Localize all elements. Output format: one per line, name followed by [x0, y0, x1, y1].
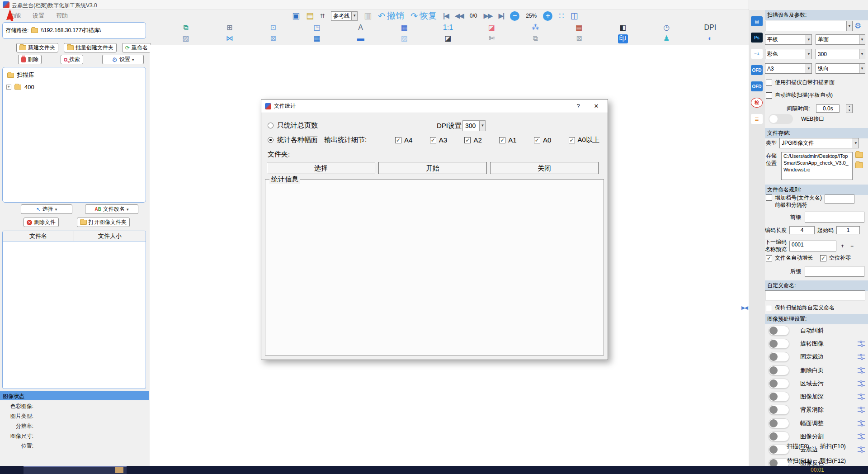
adjust-sliders-icon[interactable]: + — [857, 406, 865, 414]
export-image-icon[interactable]: ▥ — [364, 10, 372, 21]
spinner-control[interactable]: ▲▼ — [846, 104, 853, 113]
toolbar-icon-top[interactable]: DPI — [704, 24, 717, 33]
device-settings-gear-icon[interactable]: ⚙ — [854, 21, 861, 31]
toolbar-icon-top[interactable]: ⊡ — [269, 24, 278, 33]
save-icon[interactable]: ▣ — [292, 10, 300, 21]
panel-collapse-icon[interactable]: ▶◀ — [741, 305, 747, 311]
prefix-input[interactable] — [805, 212, 864, 223]
radio-all-sizes[interactable]: 统计各种幅面 输出统计细节: — [268, 136, 367, 144]
param-select-left[interactable]: A3 ▼ — [765, 63, 812, 74]
dialog-help-button[interactable]: ? — [571, 103, 586, 109]
radio-total-pages[interactable]: 只统计总页数 — [268, 121, 318, 130]
split-view-icon[interactable]: ◫ — [571, 10, 578, 21]
toolbar-icon-top[interactable]: ◧ — [618, 24, 627, 33]
size-checkbox[interactable]: ✓ A0 — [534, 136, 551, 144]
toolbar-icon-top[interactable]: ⊞ — [225, 24, 234, 33]
zero-pad-checkbox[interactable]: ✓ 空位补零 — [820, 254, 851, 262]
adjust-sliders-icon[interactable]: + — [857, 379, 865, 388]
toggle-off[interactable] — [769, 392, 789, 402]
size-checkbox[interactable]: ✓ A4 — [395, 136, 412, 144]
toggle-off[interactable] — [769, 379, 789, 389]
param-select-right[interactable]: 纵向 ▼ — [816, 63, 865, 74]
toggle-off[interactable] — [769, 418, 789, 428]
redo-button[interactable]: ↷ 恢复 — [410, 10, 437, 22]
file-type-select[interactable]: JPG图像文件 ▼ — [779, 138, 859, 148]
adjust-sliders-icon[interactable]: + — [857, 393, 865, 401]
rename-button[interactable]: ⟳ 重命名 — [122, 43, 151, 52]
strip-icon[interactable]: ▤ — [751, 16, 763, 26]
dialog-button[interactable]: 开始 — [378, 162, 487, 174]
toolbar-icon-top[interactable]: ⧉ — [181, 24, 190, 33]
toolbar-icon-bottom[interactable]: ⋈ — [225, 34, 234, 43]
dialog-button[interactable]: 关闭 — [490, 162, 599, 174]
param-select-right[interactable]: 单面 ▼ — [816, 34, 865, 45]
guideline-dropdown[interactable]: 参考线 ▼ — [331, 11, 358, 21]
dpi-select[interactable]: 300 ▼ — [462, 120, 486, 131]
size-checkbox[interactable]: ✓ A3 — [430, 136, 447, 144]
param-select-right[interactable]: 300 ▼ — [816, 49, 865, 59]
toolbar-icon-bottom[interactable]: ◐ — [706, 34, 715, 43]
toolbar-icon-bottom[interactable]: ▨ — [400, 34, 409, 43]
adjust-sliders-icon[interactable]: + — [857, 419, 865, 427]
menu-item[interactable]: 设置 — [33, 12, 44, 20]
toolbar-icon-top[interactable]: 1:1 — [443, 24, 453, 33]
size-checkbox[interactable]: ✓ A2 — [464, 136, 481, 144]
separator-input[interactable] — [825, 194, 854, 204]
toolbar-icon-bottom[interactable]: 印 — [618, 34, 628, 43]
custom-name-input[interactable] — [765, 290, 865, 300]
toolbar-icon-bottom[interactable]: ⊠ — [269, 34, 278, 43]
prev-page-icon[interactable]: ◀◀ — [455, 12, 463, 20]
add-folder-icon[interactable] — [855, 152, 863, 158]
toolbar-icon-bottom[interactable]: ▨ — [181, 34, 190, 43]
adjust-sliders-icon[interactable]: + — [857, 432, 865, 441]
toggle-off[interactable] — [769, 352, 789, 362]
batch-create-folder-button[interactable]: 批量创建文件夹 — [64, 43, 117, 52]
interval-input[interactable]: 0.0s — [816, 104, 840, 113]
undo-button[interactable]: ↶ 撤销 — [378, 10, 404, 22]
param-select-left[interactable]: 平板 ▼ — [765, 34, 812, 45]
toggle-off[interactable] — [769, 405, 789, 415]
toolbar-icon-top[interactable]: ◪ — [487, 24, 496, 33]
toolbar-icon-top[interactable]: ⁂ — [531, 24, 540, 33]
adjust-sliders-icon[interactable]: + — [857, 446, 865, 454]
strip-icon[interactable]: OFD — [751, 65, 763, 75]
toolbar-icon-bottom[interactable]: ⊠ — [575, 34, 584, 43]
select-button[interactable]: ↖ 选择 ▾ — [21, 204, 72, 214]
strip-icon[interactable]: Ps — [751, 33, 763, 43]
code-length-input[interactable]: 4 — [789, 226, 815, 234]
strip-icon[interactable]: ☰ — [751, 114, 763, 124]
device-select[interactable]: ▼ — [765, 21, 853, 31]
toggle-off[interactable] — [769, 339, 789, 349]
delete-button[interactable]: 删除 — [18, 55, 42, 64]
delete-file-button[interactable]: ✕ 删除文件 — [24, 218, 59, 227]
toolbar-icon-bottom[interactable]: ✄ — [487, 34, 496, 43]
toolbar-icon-top[interactable]: A — [356, 24, 365, 33]
scan-f8-button[interactable]: 扫描(F8) — [787, 442, 809, 450]
suffix-input[interactable] — [805, 266, 864, 277]
menu-item[interactable]: 帮助 — [56, 12, 68, 20]
first-page-icon[interactable]: |◀ — [443, 12, 448, 20]
search-button[interactable]: 搜索 — [61, 55, 83, 64]
toggle-off[interactable] — [769, 431, 789, 441]
toolbar-icon-bottom[interactable]: ⧉ — [531, 34, 540, 43]
storage-loc-value[interactable]: C:/Users/admin/Desktop/iTopSmartScanApp_… — [781, 152, 853, 180]
new-folder-button[interactable]: 新建文件夹 — [16, 43, 58, 52]
dialog-close-button[interactable]: ✕ — [589, 103, 604, 109]
size-checkbox[interactable]: ✓ A1 — [499, 136, 516, 144]
insert-scan-f10-button[interactable]: 插扫(F10) — [820, 442, 846, 450]
toolbar-icon-bottom[interactable]: ◪ — [443, 34, 453, 43]
keep-custom-name-checkbox[interactable]: 保持扫描始终自定义命名 — [766, 304, 835, 312]
strip-icon[interactable]: ≡+ — [751, 49, 763, 59]
print-icon[interactable]: ▤ — [306, 10, 314, 21]
auto-scan-checkbox[interactable]: 自动连续扫描(平板自动) — [766, 91, 833, 99]
open-folder-icon[interactable] — [855, 162, 863, 168]
toggle-off[interactable] — [769, 326, 789, 336]
adjust-sliders-icon[interactable]: + — [857, 366, 865, 374]
toolbar-icon-top[interactable]: ◷ — [662, 24, 671, 33]
zoom-out-icon[interactable]: − — [510, 11, 519, 21]
thumbnail-view-icon[interactable]: ∷ — [559, 10, 564, 21]
strip-icon[interactable]: OFD — [751, 81, 763, 91]
toolbar-icon-top[interactable]: ▤ — [575, 24, 584, 33]
replace-scan-f11-button[interactable]: 替扫(F11) — [787, 457, 812, 465]
toolbar-icon-top[interactable]: ◳ — [312, 24, 321, 33]
